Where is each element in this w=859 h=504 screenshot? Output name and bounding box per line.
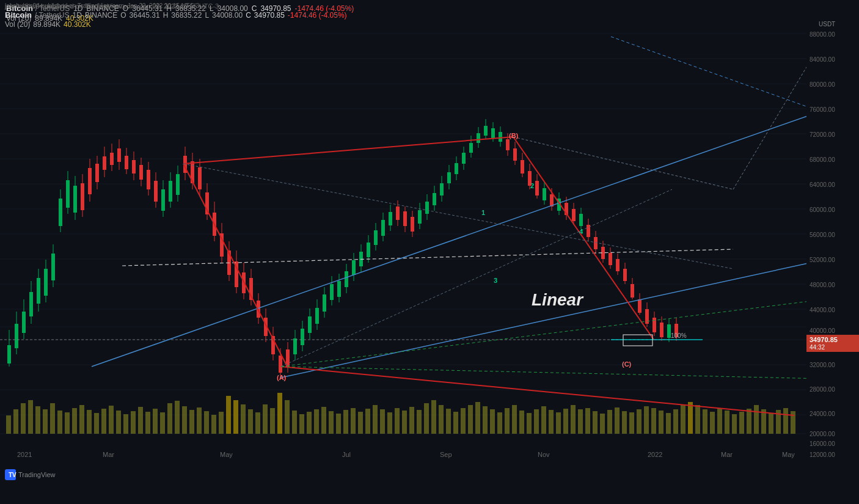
svg-rect-36 xyxy=(123,414,128,434)
svg-rect-20 xyxy=(6,415,11,434)
svg-rect-227 xyxy=(367,243,370,257)
svg-rect-32 xyxy=(94,413,99,434)
svg-rect-109 xyxy=(659,411,663,434)
close-label: C xyxy=(246,11,251,20)
svg-rect-53 xyxy=(248,409,253,434)
svg-rect-215 xyxy=(323,294,326,312)
change-value: -1474.46 (-4.05%) xyxy=(288,11,347,20)
svg-rect-60 xyxy=(299,414,304,434)
watermark-text: jakehubbs04 published on TradingView.com… xyxy=(5,2,347,9)
svg-text:Sep: Sep xyxy=(440,451,452,458)
svg-rect-63 xyxy=(321,407,326,434)
svg-rect-139 xyxy=(44,269,48,296)
svg-text:(C): (C) xyxy=(622,360,632,368)
svg-text:2021: 2021 xyxy=(17,451,32,458)
svg-rect-102 xyxy=(607,410,612,434)
svg-rect-223 xyxy=(352,260,356,275)
svg-rect-137 xyxy=(37,278,40,304)
svg-rect-77 xyxy=(424,403,429,434)
svg-rect-241 xyxy=(418,210,422,224)
close-value: 34970.85 xyxy=(254,11,285,20)
svg-rect-83 xyxy=(468,405,473,434)
svg-rect-24 xyxy=(35,406,40,434)
svg-rect-92 xyxy=(534,409,539,434)
svg-rect-275 xyxy=(543,188,546,200)
svg-rect-153 xyxy=(95,164,99,182)
svg-rect-145 xyxy=(66,180,70,208)
svg-rect-229 xyxy=(374,230,378,245)
svg-text:68000.00: 68000.00 xyxy=(810,156,835,163)
svg-text:48000.00: 48000.00 xyxy=(810,282,835,288)
low-label: L xyxy=(205,11,209,20)
svg-text:4: 4 xyxy=(579,228,583,235)
svg-rect-129 xyxy=(7,345,11,363)
svg-rect-301 xyxy=(638,299,642,313)
svg-text:56000.00: 56000.00 xyxy=(810,232,835,238)
svg-rect-307 xyxy=(660,323,663,337)
svg-text:2022: 2022 xyxy=(648,451,662,458)
svg-rect-43 xyxy=(175,401,180,434)
svg-text:72000.00: 72000.00 xyxy=(810,131,835,138)
svg-rect-65 xyxy=(336,414,341,434)
svg-rect-30 xyxy=(79,405,84,434)
svg-text:1: 1 xyxy=(481,209,485,216)
svg-rect-56 xyxy=(270,408,275,434)
svg-text:(A): (A) xyxy=(277,374,287,381)
exchange-label: BINANCE xyxy=(85,11,117,20)
svg-rect-219 xyxy=(337,281,341,297)
svg-rect-181 xyxy=(198,167,202,189)
svg-rect-213 xyxy=(315,308,319,324)
svg-rect-90 xyxy=(519,411,524,434)
svg-text:Jul: Jul xyxy=(342,451,351,458)
svg-rect-147 xyxy=(73,186,77,213)
svg-rect-73 xyxy=(395,408,400,434)
svg-rect-114 xyxy=(695,405,700,434)
svg-rect-49 xyxy=(219,412,224,434)
svg-text:88000.00: 88000.00 xyxy=(810,31,835,38)
svg-text:84000.00: 84000.00 xyxy=(810,56,835,63)
svg-rect-261 xyxy=(491,128,495,138)
svg-rect-263 xyxy=(499,132,502,142)
svg-rect-115 xyxy=(703,409,707,434)
svg-rect-66 xyxy=(343,410,348,434)
svg-rect-122 xyxy=(754,405,759,434)
svg-rect-233 xyxy=(389,212,392,225)
svg-rect-209 xyxy=(301,329,304,345)
svg-text:12000.00: 12000.00 xyxy=(810,451,835,458)
svg-rect-93 xyxy=(541,406,546,434)
svg-text:60000.00: 60000.00 xyxy=(810,206,835,213)
svg-rect-163 xyxy=(132,160,136,173)
svg-rect-94 xyxy=(549,410,554,434)
svg-rect-267 xyxy=(513,148,517,161)
svg-text:2: 2 xyxy=(530,182,534,189)
svg-rect-42 xyxy=(167,403,172,434)
svg-rect-203 xyxy=(279,356,282,373)
svg-rect-68 xyxy=(358,412,363,434)
svg-rect-173 xyxy=(169,181,172,202)
svg-rect-169 xyxy=(154,181,158,202)
svg-rect-101 xyxy=(600,414,605,434)
svg-text:Mar: Mar xyxy=(103,451,114,458)
svg-rect-113 xyxy=(688,402,693,434)
svg-rect-46 xyxy=(197,407,202,434)
svg-rect-70 xyxy=(373,405,378,434)
svg-text:32000.00: 32000.00 xyxy=(810,362,835,368)
svg-rect-75 xyxy=(409,407,414,434)
svg-rect-86 xyxy=(490,409,495,434)
svg-rect-34 xyxy=(109,406,114,434)
svg-rect-64 xyxy=(329,411,334,434)
svg-rect-26 xyxy=(50,403,55,434)
svg-rect-54 xyxy=(255,412,260,434)
svg-rect-95 xyxy=(556,412,561,434)
svg-rect-119 xyxy=(732,414,737,434)
svg-rect-104 xyxy=(622,411,627,434)
svg-rect-161 xyxy=(125,156,128,169)
svg-rect-61 xyxy=(307,412,312,434)
svg-rect-85 xyxy=(483,406,488,434)
svg-rect-82 xyxy=(461,408,466,434)
svg-rect-89 xyxy=(512,405,517,434)
svg-rect-106 xyxy=(637,409,642,434)
chart-canvas[interactable]: 1 2 3 4 (B) (A) (C) 100% Linear 88000.00… xyxy=(0,0,859,504)
svg-text:40000.00: 40000.00 xyxy=(810,327,835,334)
svg-rect-165 xyxy=(139,165,143,180)
